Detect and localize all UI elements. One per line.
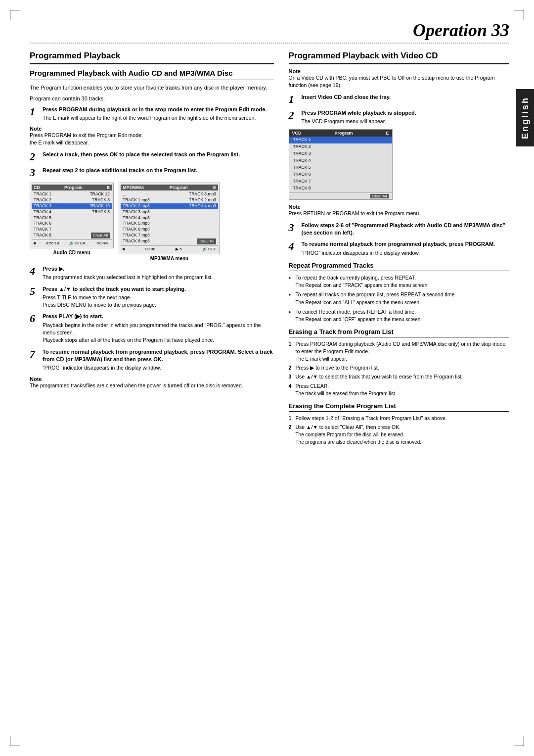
right-step-num-3: 3 [289,222,300,234]
cd-row-3: TRACK 3TRACK 10 [32,203,112,209]
cd-menu-header: CD Program E [32,185,112,190]
right-step-title-1: Insert Video CD and close the tray. [302,94,510,101]
note-right-3: Note Press RETURN or PROGRAM to exit the… [289,204,510,217]
vcd-menu: VCD Program E TRACK 1 TRACK 2 TRACK 3 TR… [289,129,393,200]
step-content-5: Press ▲/▼ to select the track you want t… [43,285,274,309]
mp3-row-3: TRACK 3.mp3 [121,209,218,215]
right-step-2: 2 Press PROGRAM while playback is stoppe… [289,109,510,126]
step-4: 4 Press ▶. The programmed track you sele… [30,265,274,282]
right-step-4: 4 To resume normal playback from program… [289,240,510,257]
step-7: 7 To resume normal playback from program… [30,348,274,372]
corner-mark-tr [514,10,524,20]
mp3-menu-caption: MP3/WMA menu [119,256,220,261]
step-content-7: To resume normal playback from programme… [43,348,274,372]
section-title-left: Programmed Playback [30,50,274,64]
step-title-2: Select a track, then press OK to place t… [43,151,274,158]
step-body-5: Press TITLE to move to the next page.Pre… [43,294,274,309]
step-title-6: Press PLAY (▶) to start. [43,313,274,320]
mp3-row-4: TRACK 4.mp3 [121,215,218,221]
right-step-content-1: Insert Video CD and close the tray. [302,94,510,101]
erase-track-step-3-text: Use ▲/▼ to select the track that you wis… [296,374,463,379]
erase-track-step-1-text: Press PROGRAM during playback (Audio CD … [296,341,506,354]
erase-track-step-1: 1 Press PROGRAM during playback (Audio C… [289,340,510,363]
right-step-num-2: 2 [289,109,300,121]
page-title: Operation 33 [413,20,509,41]
mp3-row-7: TRACK 7.mp3 [121,233,218,238]
cd-menu-label: CD [34,185,40,190]
step-num-6: 6 [30,313,41,325]
corner-mark-br [514,736,524,746]
mp3-prog: 5 [179,247,181,251]
dotted-rule [30,43,509,44]
vcd-menu-header: VCD Program E [289,130,392,137]
step-body-6: Playback begins in the order in which yo… [43,322,274,344]
step-5: 5 Press ▲/▼ to select the track you want… [30,285,274,309]
step-title-3: Repeat step 2 to place additional tracks… [43,167,274,174]
step-num-3: 3 [30,167,41,179]
page-title-text: Operation [413,20,487,40]
repeat-section-title: Repeat Programmed Tracks [289,262,510,271]
right-step-3: 3 Follow steps 2-6 of "Programmed Playba… [289,222,510,237]
erase-complete-step-2-sub2: The programs are also cleared when the d… [296,439,510,446]
erase-track-step-1-sub: The E mark will appear. [296,356,510,363]
cd-program-label: Program [64,185,83,190]
erase-track-title: Erasing a Track from Program List [289,328,510,337]
mp3-footer: ■ 00:00 ▶ 5 🔊 OFF [121,245,218,252]
step-content-2: Select a track, then press OK to place t… [43,151,274,158]
mp3-program-label: Program [170,185,188,190]
repeat-bullet-2: To repeat all tracks on the program list… [289,291,510,306]
vcd-clear-all: Clear All [370,194,389,198]
right-step-body-4: "PROG" indicator disappears in the displ… [302,249,510,257]
mp3-menu-screen: MP3/WMA Program E ...TRACK 8.mp3 TRACK 1… [119,183,220,254]
mp3-off: OFF [208,247,216,251]
step-body-4: The programmed track you selected last i… [43,274,274,281]
step-num-4: 4 [30,265,41,277]
subsection-title-left: Programmed Playback with Audio CD and MP… [30,68,274,80]
step-body-1: The E mark will appear to the right of t… [43,114,274,122]
step-title-4: Press ▶. [43,265,274,273]
repeat-bullet-3-main: To cancel Repeat mode, press REPEAT a th… [296,309,416,315]
right-step-content-4: To resume normal playback from programme… [302,240,510,257]
cd-row-4: TRACK 4TRACK 3 [32,209,112,215]
note-body-1a: Press PROGRAM to exit the Program Edit m… [30,132,274,139]
note-body-right-1: On a Video CD with PBC, you must set PBC… [289,74,510,89]
erase-complete-step-2-text: Use ▲/▼ to select "Clear All", then pres… [296,424,401,430]
vcd-row-2: TRACK 2 [289,143,392,150]
vcd-row-1: TRACK 1 [289,137,392,143]
erase-complete-title: Erasing the Complete Program List [289,402,510,412]
erase-complete-step-2-sub1: The complete Program for the disc will b… [296,431,510,438]
right-column: Programmed Playback with Video CD Note O… [289,50,510,449]
erase-track-step-2-text: Press ▶ to move to the Program list. [296,365,379,371]
repeat-bullet-2-main: To repeat all tracks on the program list… [296,291,456,297]
vcd-row-3: TRACK 3 [289,150,392,157]
note-title-right-3: Note [289,204,510,210]
right-step-title-4: To resume normal playback from programme… [302,240,510,248]
erase-track-step-4-sub: The track will be erased from the Progra… [296,390,510,397]
mp3-row-6: TRACK 6.mp3 [121,227,218,233]
left-column: Programmed Playback Programmed Playback … [30,50,274,449]
section-title-right: Programmed Playback with Video CD [289,50,510,64]
cd-row-8: TRACK 8Clear All [32,233,112,238]
repeat-bullet-3-sub: The Repeat icon and "OFF" appears on the… [296,316,510,323]
right-step-title-2: Press PROGRAM while playback is stopped. [302,109,510,117]
note-right-1: Note On a Video CD with PBC, you must se… [289,68,510,89]
vcd-row-8: TRACK 8 [289,185,392,192]
erase-track-step-2: 2 Press ▶ to move to the Program list. [289,364,510,372]
mp3-row-8: TRACK 8.mp3Clear All [121,238,218,244]
erase-track-step-3: 3 Use ▲/▼ to select the track that you w… [289,373,510,380]
erase-complete-step-2: 2 Use ▲/▼ to select "Clear All", then pr… [289,424,510,446]
repeat-bullet-1: To repeat the track currently playing, p… [289,274,510,289]
corner-mark-tl [10,10,20,20]
vcd-program-icon: E [386,131,389,136]
step-content-3: Repeat step 2 to place additional tracks… [43,167,274,174]
repeat-bullet-2-sub: The Repeat icon and "ALL" appears on the… [296,299,510,306]
vcd-row-5: TRACK 5 [289,164,392,171]
erase-complete-step-1: 1 Follow steps 1-2 of "Erasing a Track f… [289,415,510,422]
erase-track-list: 1 Press PROGRAM during playback (Audio C… [289,340,510,397]
cd-row-6: TRACK 6 [32,221,112,227]
step-3: 3 Repeat step 2 to place additional trac… [30,167,274,179]
note-body-1b: the E mark will disappear. [30,139,274,146]
language-tab: English [516,89,534,146]
cd-menu-screen: CD Program E TRACK 1TRACK 12 TRACK 2TRAC… [30,183,114,248]
right-step-num-1: 1 [289,94,300,105]
